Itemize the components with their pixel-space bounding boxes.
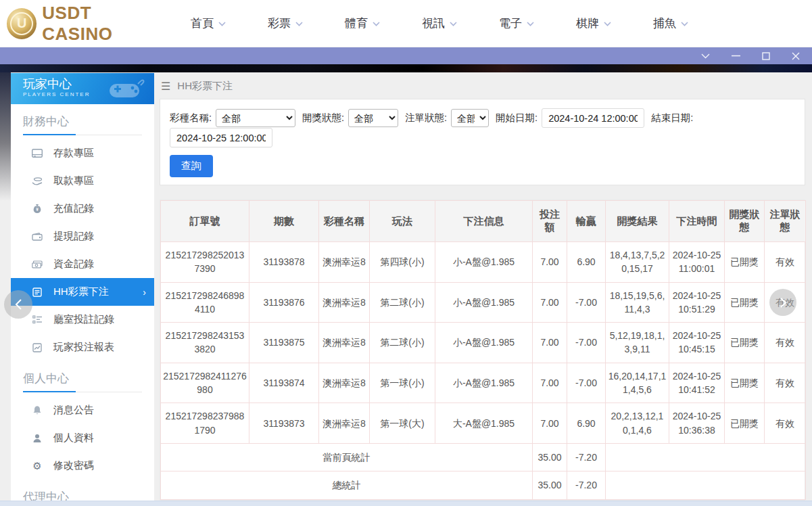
panel-expand-button[interactable] xyxy=(769,289,796,316)
start-date-input[interactable] xyxy=(542,108,644,128)
nav-item-lottery[interactable]: 彩票 xyxy=(268,16,303,31)
content-area: 玩家中心 PLAYERS CENTER 財務中心 存款專區 xyxy=(0,72,812,501)
nav-item-sports[interactable]: 體育 xyxy=(345,16,380,31)
cell-bet-info: 小-A盤@1.985 xyxy=(435,363,533,403)
col-draw-result: 開獎結果 xyxy=(606,201,669,242)
cell-play-type: 第四球(小) xyxy=(370,242,435,283)
table-row: 2152172982468984110 31193876 澳洲幸运8 第二球(小… xyxy=(161,282,806,323)
chevron-right-icon: › xyxy=(143,287,146,298)
cell-draw-result: 18,15,19,5,6,11,4,3 xyxy=(606,282,669,323)
col-bet-info: 下注信息 xyxy=(435,201,533,242)
cell-winloss: -7.00 xyxy=(567,282,606,323)
cell-order-status: 有效 xyxy=(765,242,806,283)
sidebar-item-profile[interactable]: 個人資料 xyxy=(11,424,154,452)
section-label-personal: 個人中心 xyxy=(23,371,142,392)
cell-bet-amount: 7.00 xyxy=(533,242,567,283)
sidebar-item-label: 資金記錄 xyxy=(53,258,94,271)
order-status-label: 注單狀態: xyxy=(405,112,447,124)
cell-play-type: 第一球(大) xyxy=(370,403,435,444)
sidebar-item-hh-lottery-bets[interactable]: HH彩票下注 › xyxy=(11,278,154,306)
table-row: 2152172982431533820 31193875 澳洲幸运8 第二球(小… xyxy=(161,323,806,363)
cell-order-id: 2152172982379881790 xyxy=(161,403,249,444)
cell-bet-time: 2024-10-25 10:41:52 xyxy=(669,363,725,403)
coin-letter: U xyxy=(10,12,33,35)
deposit-card-icon xyxy=(31,149,43,158)
sidebar-item-change-password[interactable]: ⚙ 修改密碼 xyxy=(11,452,154,480)
coin-logo-icon: U xyxy=(7,8,37,39)
cell-draw-status: 已開獎 xyxy=(725,403,765,444)
minimize-icon[interactable] xyxy=(732,55,740,57)
chevron-down-icon xyxy=(373,22,380,26)
page-title: HH彩票下注 xyxy=(177,80,233,93)
page-summary-row: 當前頁統計 35.00 -7.20 xyxy=(161,443,806,471)
sidebar-collapse-button[interactable] xyxy=(4,290,32,319)
nav-item-slots[interactable]: 電子 xyxy=(499,16,534,31)
document-icon xyxy=(31,288,43,297)
sidebar-item-label: 取款專區 xyxy=(53,175,94,187)
cell-period: 31193876 xyxy=(249,282,319,323)
cell-order-id: 2152172982468984110 xyxy=(161,282,249,323)
query-button[interactable]: 查詢 xyxy=(170,155,213,177)
nav-label: 首頁 xyxy=(191,16,214,31)
grand-summary-row: 總統計 35.00 -7.20 xyxy=(161,472,806,499)
sidebar-item-label: 存款專區 xyxy=(53,147,94,160)
cell-play-type: 第二球(小) xyxy=(370,323,435,363)
close-icon[interactable] xyxy=(792,52,800,60)
sidebar-item-label: 個人資料 xyxy=(53,432,94,444)
brand-logo[interactable]: U USDT CASINO xyxy=(7,3,162,45)
chevron-down-icon xyxy=(218,22,226,26)
list-icon xyxy=(31,315,43,324)
chevron-left-icon xyxy=(14,298,22,310)
sidebar-section-agent: 代理中心 xyxy=(11,480,154,501)
chevron-down-icon xyxy=(450,22,457,26)
bell-icon xyxy=(31,405,43,415)
hamburger-menu-icon[interactable]: ☰ xyxy=(161,80,170,93)
cell-play-type: 第一球(小) xyxy=(370,363,435,403)
sidebar-item-deposit[interactable]: 存款專區 xyxy=(11,139,154,167)
order-status-select[interactable]: 全部 xyxy=(451,109,489,127)
main-nav: 首頁 彩票 體育 視訊 電子 棋牌 xyxy=(191,16,688,31)
nav-label: 棋牌 xyxy=(576,16,599,31)
nav-item-fishing[interactable]: 捕魚 xyxy=(653,16,688,31)
sidebar-item-announcements[interactable]: 消息公告 xyxy=(11,396,154,424)
sidebar-item-player-bet-report[interactable]: 玩家投注報表 xyxy=(11,334,154,361)
maximize-icon[interactable] xyxy=(762,52,770,60)
col-draw-status: 開獎狀態 xyxy=(725,201,765,242)
lottery-name-select[interactable]: 全部 xyxy=(216,109,295,127)
cell-bet-info: 小-A盤@1.985 xyxy=(435,323,533,363)
nav-item-cards[interactable]: 棋牌 xyxy=(576,16,611,31)
svg-text:¥: ¥ xyxy=(36,207,39,212)
draw-status-select[interactable]: 全部 xyxy=(348,109,398,127)
cell-bet-time: 2024-10-25 11:00:01 xyxy=(669,242,725,283)
cell-lottery-name: 澳洲幸运8 xyxy=(319,282,370,323)
nav-label: 彩票 xyxy=(268,16,291,31)
cell-bet-amount: 7.00 xyxy=(533,323,567,363)
col-order-id: 訂單號 xyxy=(161,201,249,242)
nav-item-live[interactable]: 視訊 xyxy=(422,16,457,31)
cell-lottery-name: 澳洲幸运8 xyxy=(319,323,370,363)
sidebar-section-personal: 個人中心 xyxy=(11,361,154,396)
bets-table-panel: 訂單號 期數 彩種名稱 玩法 下注信息 投注額 輸贏 開獎結果 下注時間 開獎狀… xyxy=(160,200,805,501)
cell-winloss: -7.00 xyxy=(567,323,606,363)
summary-winloss-total: -7.20 xyxy=(567,443,606,471)
withdraw-hand-icon xyxy=(31,177,43,185)
sidebar-item-funds-record[interactable]: 資金記錄 xyxy=(11,250,154,278)
sidebar-item-withdraw[interactable]: 取款專區 xyxy=(11,167,154,195)
cell-bet-amount: 7.00 xyxy=(533,282,567,323)
sidebar-item-recharge-record[interactable]: ¥ 充值記錄 xyxy=(11,195,154,223)
end-date-label: 結束日期: xyxy=(651,112,693,124)
sidebar-item-withdraw-record[interactable]: 提現記錄 xyxy=(11,223,154,250)
sidebar-header: 玩家中心 PLAYERS CENTER xyxy=(11,73,154,104)
breadcrumb: ☰ HH彩票下注 xyxy=(160,72,805,99)
col-period: 期數 xyxy=(249,201,319,242)
sidebar-item-label: 充值記錄 xyxy=(53,202,94,215)
cell-draw-result: 18,4,13,7,5,20,15,17 xyxy=(606,242,669,283)
sidebar-item-room-bet-record[interactable]: 廳室投註記錄 xyxy=(11,306,154,334)
end-date-input[interactable] xyxy=(170,128,272,147)
chevron-down-icon xyxy=(295,22,303,26)
cell-draw-status: 已開獎 xyxy=(725,282,765,323)
collapse-icon[interactable] xyxy=(701,53,710,59)
nav-item-home[interactable]: 首頁 xyxy=(191,16,226,31)
section-label-agent: 代理中心 xyxy=(23,489,142,501)
col-play-type: 玩法 xyxy=(370,201,435,242)
